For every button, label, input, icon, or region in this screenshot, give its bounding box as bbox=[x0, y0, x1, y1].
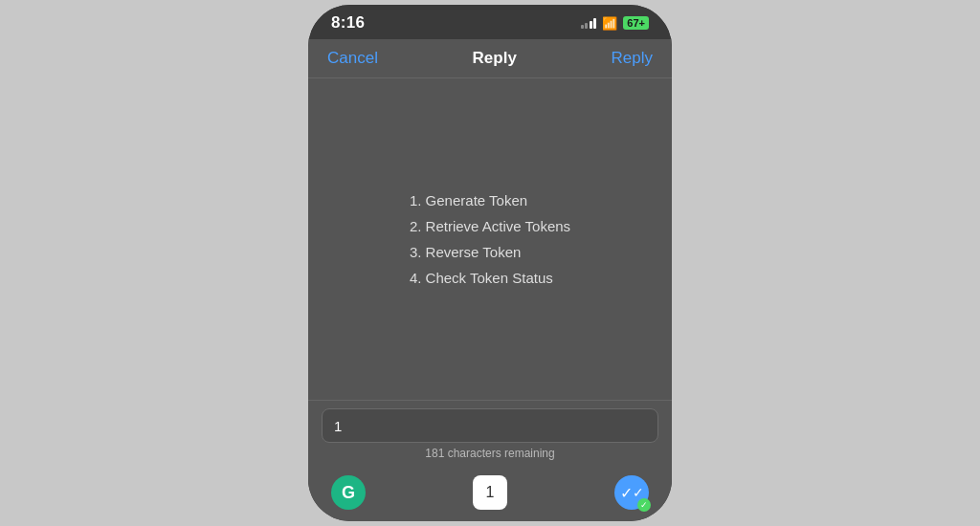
reply-input[interactable] bbox=[322, 408, 658, 443]
input-area: 181 characters remaining bbox=[308, 400, 672, 468]
wifi-icon: 📶 bbox=[602, 16, 617, 31]
battery-indicator: 67+ bbox=[623, 16, 649, 30]
nav-bar: Cancel Reply Reply bbox=[308, 39, 672, 78]
list-item: 2. Retrieve Active Tokens bbox=[410, 213, 570, 239]
calendar-icon: 1 bbox=[473, 475, 507, 510]
char-count: 181 characters remaining bbox=[322, 443, 658, 464]
check-icon: ✓ ✓ bbox=[614, 475, 649, 510]
reply-button[interactable]: Reply bbox=[612, 49, 653, 68]
calendar-button[interactable]: 1 bbox=[473, 475, 507, 510]
status-time: 8:16 bbox=[331, 13, 365, 33]
bottom-toolbar: G 1 ✓ ✓ bbox=[308, 468, 672, 521]
message-list: 1. Generate Token 2. Retrieve Active Tok… bbox=[410, 187, 570, 291]
check-button[interactable]: ✓ ✓ bbox=[614, 475, 649, 510]
list-item: 3. Reverse Token bbox=[410, 239, 570, 265]
grammarly-icon: G bbox=[331, 475, 366, 510]
signal-icon bbox=[581, 18, 597, 29]
nav-title: Reply bbox=[473, 49, 517, 68]
cancel-button[interactable]: Cancel bbox=[327, 49, 378, 68]
list-item: 1. Generate Token bbox=[410, 187, 570, 213]
status-bar: 8:16 📶 67+ bbox=[308, 5, 672, 39]
phone-frame: 8:16 📶 67+ Cancel Reply Reply 1. Generat… bbox=[308, 5, 672, 521]
main-content: 1. Generate Token 2. Retrieve Active Tok… bbox=[308, 78, 672, 400]
list-item: 4. Check Token Status bbox=[410, 265, 570, 291]
status-icons: 📶 67+ bbox=[581, 16, 649, 31]
grammarly-button[interactable]: G bbox=[331, 475, 366, 510]
check-badge: ✓ bbox=[637, 498, 651, 512]
